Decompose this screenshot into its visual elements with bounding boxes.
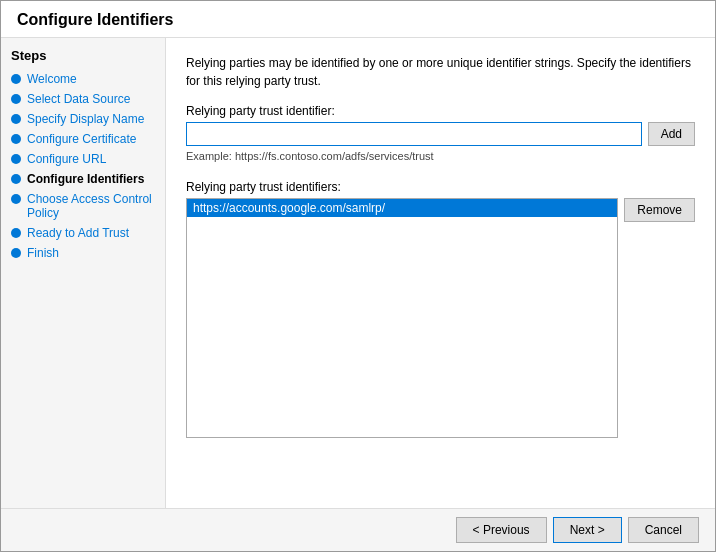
sidebar-item-configure-url[interactable]: Configure URL <box>1 149 165 169</box>
sidebar: Steps Welcome Select Data Source Specify… <box>1 38 166 508</box>
dot-configure-identifiers <box>11 174 21 184</box>
identifiers-list-label: Relying party trust identifiers: <box>186 180 695 194</box>
dialog-footer: < Previous Next > Cancel <box>1 508 715 551</box>
identifiers-list-row: https://accounts.google.com/samlrp/ Remo… <box>186 198 695 492</box>
cancel-button[interactable]: Cancel <box>628 517 699 543</box>
description-text: Relying parties may be identified by one… <box>186 54 695 90</box>
main-content: Relying parties may be identified by one… <box>166 38 715 508</box>
sidebar-item-choose-access-control[interactable]: Choose Access Control Policy <box>1 189 165 223</box>
previous-button[interactable]: < Previous <box>456 517 547 543</box>
sidebar-label-finish: Finish <box>27 246 59 260</box>
add-button[interactable]: Add <box>648 122 695 146</box>
configure-identifiers-dialog: Configure Identifiers Steps Welcome Sele… <box>0 0 716 552</box>
dot-ready-to-add-trust <box>11 228 21 238</box>
sidebar-item-select-data-source[interactable]: Select Data Source <box>1 89 165 109</box>
dot-select-data-source <box>11 94 21 104</box>
sidebar-label-configure-identifiers: Configure Identifiers <box>27 172 144 186</box>
sidebar-item-ready-to-add-trust[interactable]: Ready to Add Trust <box>1 223 165 243</box>
sidebar-label-configure-url: Configure URL <box>27 152 106 166</box>
dot-configure-certificate <box>11 134 21 144</box>
next-button[interactable]: Next > <box>553 517 622 543</box>
identifier-input[interactable] <box>186 122 642 146</box>
dialog-title: Configure Identifiers <box>1 1 715 38</box>
sidebar-label-choose-access-control: Choose Access Control Policy <box>27 192 155 220</box>
sidebar-label-select-data-source: Select Data Source <box>27 92 130 106</box>
sidebar-item-specify-display-name[interactable]: Specify Display Name <box>1 109 165 129</box>
dot-finish <box>11 248 21 258</box>
identifier-input-row: Add <box>186 122 695 146</box>
identifier-label: Relying party trust identifier: <box>186 104 695 118</box>
sidebar-label-configure-certificate: Configure Certificate <box>27 132 136 146</box>
sidebar-label-ready-to-add-trust: Ready to Add Trust <box>27 226 129 240</box>
remove-button[interactable]: Remove <box>624 198 695 222</box>
dialog-body: Steps Welcome Select Data Source Specify… <box>1 38 715 508</box>
list-item[interactable]: https://accounts.google.com/samlrp/ <box>187 199 617 217</box>
dot-choose-access-control <box>11 194 21 204</box>
identifier-form-group: Relying party trust identifier: Add Exam… <box>186 104 695 172</box>
sidebar-heading: Steps <box>1 48 165 69</box>
dot-specify-display-name <box>11 114 21 124</box>
example-text: Example: https://fs.contoso.com/adfs/ser… <box>186 150 695 162</box>
sidebar-label-welcome: Welcome <box>27 72 77 86</box>
sidebar-item-configure-certificate[interactable]: Configure Certificate <box>1 129 165 149</box>
dot-welcome <box>11 74 21 84</box>
identifiers-listbox[interactable]: https://accounts.google.com/samlrp/ <box>186 198 618 438</box>
sidebar-item-finish[interactable]: Finish <box>1 243 165 263</box>
sidebar-item-welcome[interactable]: Welcome <box>1 69 165 89</box>
sidebar-label-specify-display-name: Specify Display Name <box>27 112 144 126</box>
dot-configure-url <box>11 154 21 164</box>
sidebar-item-configure-identifiers: Configure Identifiers <box>1 169 165 189</box>
